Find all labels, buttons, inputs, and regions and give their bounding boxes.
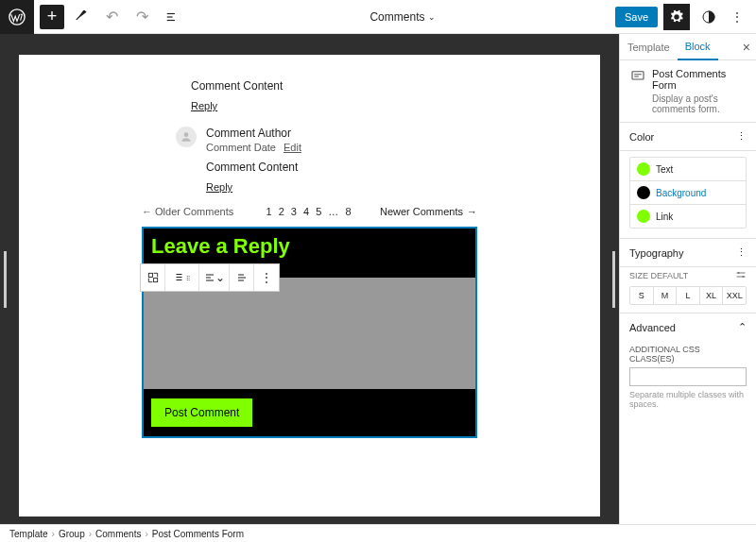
align-button[interactable]: ⌄ [199,264,230,291]
comment-date: Comment Date [206,142,276,153]
svg-rect-10 [176,279,181,280]
typography-panel-title: Typography [629,247,683,259]
save-button[interactable]: Save [615,7,658,27]
settings-button[interactable] [663,4,690,30]
svg-rect-8 [176,274,181,275]
block-description: Display a post's comments form. [652,93,747,114]
css-classes-label: ADDITIONAL CSS CLASS(ES) [629,345,747,364]
reply-link[interactable]: Reply [206,181,477,193]
block-icon [629,68,646,87]
settings-sidebar: Template Block × Post Comments Form Disp… [619,34,756,524]
breadcrumb[interactable]: Template› Group› Comments› Post Comments… [0,524,756,542]
tab-block[interactable]: Block [678,34,718,60]
editor-canvas[interactable]: Comment Content Reply Comment Author Com… [19,55,600,517]
color-background-row[interactable]: Background [630,181,746,205]
document-title[interactable]: Comments⌄ [191,10,615,24]
svg-rect-6 [148,273,152,277]
svg-rect-21 [737,277,746,278]
color-text-row[interactable]: Text [630,158,746,181]
reply-heading: Leave a Reply [144,229,475,263]
background-swatch [637,186,650,199]
block-name: Post Comments Form [652,68,747,91]
svg-rect-19 [737,273,746,274]
comment-content: Comment Content [191,79,477,93]
post-comment-button[interactable]: Post Comment [151,398,252,427]
svg-rect-11 [206,275,214,276]
options-button[interactable]: ⋮ [728,10,747,24]
older-comments-link[interactable]: ← Older Comments [142,206,233,217]
comment-author: Comment Author [206,127,477,140]
svg-rect-12 [206,278,211,279]
svg-rect-1 [167,12,175,13]
svg-rect-7 [153,279,157,282]
svg-rect-9 [176,277,181,278]
color-link-row[interactable]: Link [630,205,746,228]
comment-textarea[interactable] [144,278,475,389]
newer-comments-link[interactable]: Newer Comments → [380,206,477,217]
typography-options-button[interactable]: ⋮ [736,246,747,259]
font-size-picker[interactable]: S M L XL XXL [629,286,747,305]
link-swatch [637,210,650,223]
advanced-panel-toggle[interactable]: Advanced⌃ [620,313,756,341]
reply-link[interactable]: Reply [191,100,477,111]
wp-logo[interactable] [0,0,34,34]
post-comments-form-block[interactable]: Leave a Reply Comment Post Comment [142,227,477,438]
move-button[interactable]: ⠿ [165,264,199,291]
svg-rect-3 [167,19,175,20]
styles-button[interactable] [696,4,722,30]
pagination[interactable]: 1 2 3 4 5 … 8 [266,206,352,217]
svg-point-5 [184,132,189,137]
svg-rect-16 [238,280,244,281]
block-type-icon[interactable] [141,264,165,291]
resize-handle-right[interactable] [612,251,615,308]
tab-template[interactable]: Template [620,42,678,53]
block-toolbar[interactable]: ⠿ ⌄ ⋮ [140,263,280,292]
css-classes-hint: Separate multiple classes with spaces. [629,390,747,409]
svg-rect-15 [238,278,246,279]
edit-mode-button[interactable] [68,4,94,30]
color-options-button[interactable]: ⋮ [736,130,747,143]
add-block-button[interactable]: + [40,5,64,29]
redo-button[interactable]: ↷ [129,4,155,30]
more-options-button[interactable]: ⋮ [254,264,279,291]
comment-content: Comment Content [206,161,477,174]
text-swatch [637,162,650,176]
svg-rect-14 [238,275,244,276]
svg-rect-13 [206,280,214,281]
css-classes-input[interactable] [629,367,747,386]
close-sidebar-button[interactable]: × [743,40,750,55]
chevron-up-icon: ⌃ [738,321,747,333]
list-view-button[interactable] [159,4,185,30]
resize-handle-left[interactable] [4,251,7,308]
color-panel-title: Color [629,131,654,143]
svg-rect-2 [167,16,173,17]
avatar [176,127,197,147]
chevron-down-icon: ⌄ [428,12,436,22]
edit-link[interactable]: Edit [284,142,301,153]
justify-button[interactable] [230,264,254,291]
undo-button[interactable]: ↶ [98,4,125,30]
svg-rect-17 [632,72,644,79]
size-settings-icon[interactable] [735,269,747,282]
